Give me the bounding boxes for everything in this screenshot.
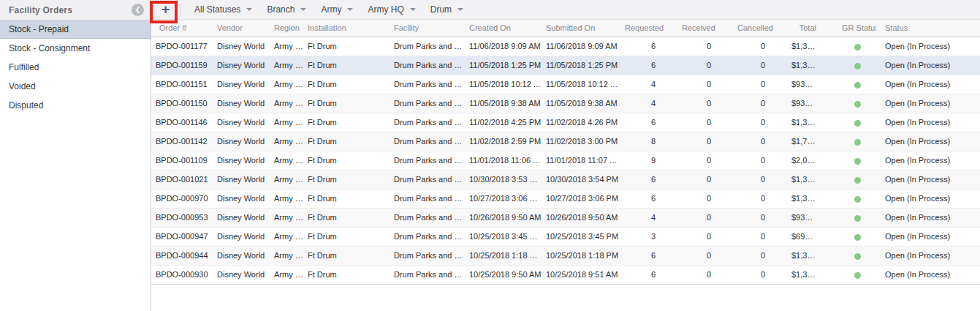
gr-status-cell — [838, 170, 876, 189]
table-row[interactable]: BPDO-001146Disney WorldArmy HQFt DrumDru… — [151, 113, 980, 132]
chevron-down-icon — [300, 8, 306, 11]
sidebar-item-voided[interactable]: Voided — [0, 77, 151, 96]
cell-received: 0 — [677, 113, 733, 132]
cell-facility: Drum Parks and Rec... — [390, 37, 465, 56]
column-header-status[interactable]: Status — [876, 20, 980, 37]
column-header-gr-status[interactable]: GR Status — [838, 20, 876, 37]
cell-requested: 4 — [620, 75, 677, 94]
collapse-sidebar-icon[interactable]: ❮ — [132, 4, 144, 16]
gr-status-dot-icon — [854, 63, 861, 70]
sidebar-header: Facility Orders ❮ — [0, 0, 151, 20]
cell-received: 0 — [677, 170, 733, 189]
table-row[interactable]: BPDO-000953Disney WorldArmy HQFt DrumDru… — [151, 208, 980, 227]
cell-vendor: Disney World — [213, 37, 270, 56]
gr-status-dot-icon — [854, 177, 861, 184]
column-header-total[interactable]: Total — [787, 20, 838, 37]
gr-status-dot-icon — [854, 196, 861, 203]
cell-received: 0 — [677, 37, 733, 56]
cell-requested: 6 — [620, 56, 677, 75]
sidebar-item-stock-consignment[interactable]: Stock - Consignment — [0, 39, 151, 58]
table-row[interactable]: BPDO-001142Disney WorldArmy HQFt DrumDru… — [151, 132, 980, 151]
table-row[interactable]: BPDO-001021Disney WorldArmy HQFt DrumDru… — [151, 170, 980, 189]
cell-facility: Drum Parks and Rec... — [390, 132, 465, 151]
cell-facility: Drum Parks and Rec... — [390, 265, 465, 284]
gr-status-dot-icon — [854, 253, 861, 260]
cell-total: $1,399.80 — [787, 246, 838, 265]
cell-installation: Ft Drum — [303, 56, 390, 75]
facility-orders-app: Facility Orders ❮ Stock - PrepaidStock -… — [0, 0, 980, 311]
cell-requested: 6 — [620, 189, 677, 208]
cell-requested: 9 — [620, 151, 677, 170]
filter-dropdown-army[interactable]: Army — [321, 4, 353, 15]
orders-table: Order #VendorRegionInstallationFacilityC… — [151, 20, 980, 285]
cell-facility: Drum Parks and Rec... — [390, 113, 465, 132]
cell-received: 0 — [677, 56, 733, 75]
cell-cancelled: 0 — [733, 170, 787, 189]
table-row[interactable]: BPDO-001109Disney WorldArmy HQFt DrumDru… — [151, 151, 980, 170]
sidebar-item-fulfilled[interactable]: Fulfilled — [0, 58, 151, 77]
add-order-button[interactable]: + — [151, 0, 180, 19]
cell-submitted-on: 10/27/2018 3:06 PM — [542, 189, 620, 208]
table-row[interactable]: BPDO-001159Disney WorldArmy HQFt DrumDru… — [151, 56, 980, 75]
cell-requested: 6 — [620, 265, 677, 284]
cell-facility: Drum Parks and Rec... — [390, 246, 465, 265]
column-header-created-on[interactable]: Created On — [465, 20, 542, 37]
column-header-region[interactable]: Region — [270, 20, 303, 37]
gr-status-cell — [838, 56, 876, 75]
column-header-order[interactable]: Order # — [151, 20, 213, 37]
filter-dropdown-all-statuses[interactable]: All Statuses — [194, 4, 252, 15]
cell-received: 0 — [677, 189, 733, 208]
sidebar-item-disputed[interactable]: Disputed — [0, 96, 151, 115]
cell-order: BPDO-001151 — [151, 75, 213, 94]
cell-vendor: Disney World — [213, 151, 270, 170]
cell-status: Open (In Process) — [876, 170, 980, 189]
cell-installation: Ft Drum — [303, 37, 390, 56]
table-row[interactable]: BPDO-001150Disney WorldArmy HQFt DrumDru… — [151, 94, 980, 113]
table-header: Order #VendorRegionInstallationFacilityC… — [151, 20, 980, 37]
column-header-vendor[interactable]: Vendor — [213, 20, 270, 37]
cell-facility: Drum Parks and Rec... — [390, 75, 465, 94]
cell-cancelled: 0 — [733, 37, 787, 56]
table-row[interactable]: BPDO-001151Disney WorldArmy HQFt DrumDru… — [151, 75, 980, 94]
cell-total: $933.20 — [787, 75, 838, 94]
cell-cancelled: 0 — [733, 56, 787, 75]
cell-submitted-on: 11/02/2018 3:00 PM — [542, 132, 620, 151]
cell-requested: 8 — [620, 132, 677, 151]
filter-dropdown-drum[interactable]: Drum — [430, 4, 463, 15]
table-row[interactable]: BPDO-001177Disney WorldArmy HQFt DrumDru… — [151, 37, 980, 56]
chevron-down-icon — [410, 8, 416, 11]
column-header-received[interactable]: Received — [677, 20, 733, 37]
cell-region: Army HQ — [270, 132, 303, 151]
table-row[interactable]: BPDO-000944Disney WorldArmy HQFt DrumDru… — [151, 246, 980, 265]
cell-created-on: 10/26/2018 9:50 AM — [465, 208, 542, 227]
filter-dropdown-branch[interactable]: Branch — [267, 4, 306, 15]
cell-order: BPDO-000953 — [151, 208, 213, 227]
cell-order: BPDO-000944 — [151, 246, 213, 265]
gr-status-dot-icon — [854, 82, 861, 89]
filter-dropdown-army-hq[interactable]: Army HQ — [368, 4, 415, 15]
cell-vendor: Disney World — [213, 94, 270, 113]
gr-status-dot-icon — [854, 120, 861, 127]
chevron-down-icon — [246, 8, 252, 11]
cell-received: 0 — [677, 265, 733, 284]
column-header-installation[interactable]: Installation — [303, 20, 390, 37]
cell-created-on: 10/25/2018 1:18 PM — [465, 246, 542, 265]
table-row[interactable]: BPDO-000947Disney WorldArmy HQFt DrumDru… — [151, 227, 980, 246]
gr-status-dot-icon — [854, 139, 861, 146]
table-row[interactable]: BPDO-000970Disney WorldArmy HQFt DrumDru… — [151, 189, 980, 208]
column-header-requested[interactable]: Requested — [620, 20, 677, 37]
cell-requested: 6 — [620, 37, 677, 56]
cell-requested: 4 — [620, 208, 677, 227]
cell-cancelled: 0 — [733, 132, 787, 151]
table-row[interactable]: BPDO-000930Disney WorldArmy HQFt DrumDru… — [151, 265, 980, 284]
cell-region: Army HQ — [270, 151, 303, 170]
main-panel: + All StatusesBranchArmyArmy HQDrum Orde… — [151, 0, 980, 311]
cell-received: 0 — [677, 208, 733, 227]
cell-status: Open (In Process) — [876, 37, 980, 56]
column-header-cancelled[interactable]: Cancelled — [733, 20, 787, 37]
column-header-facility[interactable]: Facility — [390, 20, 465, 37]
cell-order: BPDO-001146 — [151, 113, 213, 132]
cell-order: BPDO-000930 — [151, 265, 213, 284]
column-header-submitted-on[interactable]: Submitted On — [542, 20, 620, 37]
sidebar-item-stock-prepaid[interactable]: Stock - Prepaid — [0, 20, 151, 39]
